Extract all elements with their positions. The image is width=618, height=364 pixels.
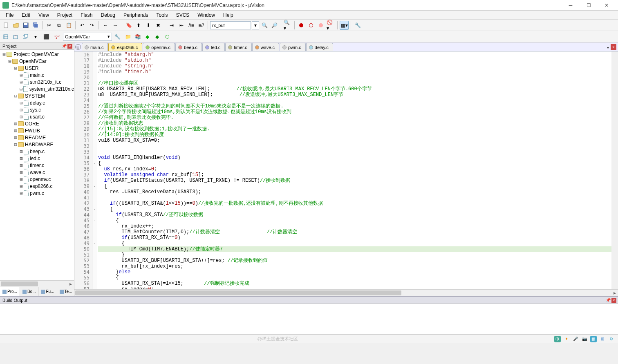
save-button[interactable] [21, 21, 30, 30]
window-layout-button[interactable]: ▦▾ [340, 21, 349, 30]
breakpoint-disable-button[interactable] [316, 21, 325, 30]
save-all-button[interactable] [31, 21, 40, 30]
project-root[interactable]: ⊟Project: OpenMVCar [0, 51, 74, 58]
project-tree[interactable]: ⊟Project: OpenMVCar⊟OpenMVCar⊟USER⊞main.… [0, 50, 74, 280]
pack-installer-button[interactable]: ⬡ [163, 32, 172, 41]
scroll-thumb[interactable] [1, 281, 38, 286]
file-beep-c[interactable]: ⊞beep.c [0, 148, 74, 155]
file-esp8266-c[interactable]: ⊞esp8266.c [0, 183, 74, 190]
incr-search-button[interactable]: 🔎 [270, 21, 279, 30]
tab-led-c[interactable]: led.c [202, 43, 225, 51]
status-icon[interactable]: 🎤 [572, 336, 579, 342]
tab-openmv-c[interactable]: openmv.c [143, 43, 175, 51]
comment-button[interactable]: //≡ [187, 21, 196, 30]
menu-project[interactable]: Project [53, 11, 76, 19]
breakpoint-enable-button[interactable] [307, 21, 316, 30]
bookmark-clear-button[interactable]: ✖ [154, 21, 163, 30]
menu-tools[interactable]: Tools [152, 11, 172, 19]
status-icon[interactable]: ✦ [563, 336, 570, 342]
group-hardware[interactable]: ⊟HARDWARE [0, 141, 74, 148]
close-tab-button[interactable]: × [611, 44, 616, 50]
status-icon[interactable]: ▦ [590, 336, 597, 342]
bookmark-prev-button[interactable]: ⬆ [134, 21, 143, 30]
manage-books-button[interactable]: 📚 [133, 32, 142, 41]
select-packs-button[interactable]: ◆ [154, 32, 163, 41]
scroll-thumb[interactable] [75, 290, 401, 295]
menu-help[interactable]: Help [219, 11, 237, 19]
file-openmv-c[interactable]: ⊞openmv.c [0, 176, 74, 183]
group-system[interactable]: ⊟SYSTEM [0, 92, 74, 99]
pin-icon[interactable]: 📌 [62, 44, 67, 48]
breakpoint-insert-button[interactable] [297, 21, 306, 30]
new-file-button[interactable] [2, 21, 11, 30]
undo-button[interactable]: ↶ [78, 21, 87, 30]
menu-flash[interactable]: Flash [76, 11, 96, 19]
file-wave-c[interactable]: ⊞wave.c [0, 169, 74, 176]
build-button[interactable] [11, 32, 20, 41]
find-input[interactable] [210, 21, 251, 29]
tab-wave-c[interactable]: wave.c [252, 43, 279, 51]
group-user[interactable]: ⊟USER [0, 65, 74, 71]
status-icon[interactable]: ⚙ [608, 336, 615, 342]
menu-debug[interactable]: Debug [97, 11, 119, 19]
scroll-right-arrow[interactable]: ▸ [67, 281, 74, 287]
tab-pwm-c[interactable]: pwm.c [280, 43, 306, 51]
group-fwlib[interactable]: ⊞FWLIB [0, 127, 74, 134]
tab-delay-c[interactable]: delay.c [306, 43, 333, 51]
translate-button[interactable] [2, 32, 11, 41]
manage-components-button[interactable]: ◆ [144, 32, 153, 41]
group-core[interactable]: ⊞CORE [0, 120, 74, 127]
find-dropdown[interactable]: ▾ [252, 21, 259, 29]
paste-button[interactable]: 📋 [64, 21, 73, 30]
build-output-text[interactable] [0, 304, 618, 334]
bookmark-next-button[interactable]: ⬇ [144, 21, 153, 30]
project-tab-0[interactable]: Pro... [0, 287, 20, 296]
file-led-c[interactable]: ⊞led.c [0, 155, 74, 162]
status-icon[interactable]: 📷 [581, 336, 588, 342]
options-button[interactable]: 🔧 [113, 32, 122, 41]
scroll-right-arrow[interactable]: ▸ [611, 290, 618, 296]
indent-button[interactable]: ⇥ [167, 21, 176, 30]
tab-timer-c[interactable]: timer.c [225, 43, 251, 51]
open-file-button[interactable] [11, 21, 20, 30]
tab-nav-arrow[interactable]: ▾ [607, 45, 609, 50]
menu-file[interactable]: File [2, 11, 18, 19]
file-system_stm32f10x-c[interactable]: ⊞system_stm32f10x.c [0, 85, 74, 92]
fold-column[interactable]: ------ [92, 51, 97, 289]
menu-edit[interactable]: Edit [18, 11, 34, 19]
tab-main-c[interactable]: main.c [82, 43, 108, 51]
project-tab-1[interactable]: Bo... [20, 287, 39, 296]
fold-all-button[interactable]: ⊞ [75, 44, 81, 50]
uncomment-button[interactable]: ≡// [197, 21, 206, 30]
group-readme[interactable]: ⊞README [0, 134, 74, 141]
file-stm32f10x_it-c[interactable]: ⊞stm32f10x_it.c [0, 78, 74, 85]
editor-vscroll[interactable] [611, 51, 618, 289]
rebuild-button[interactable] [21, 32, 30, 41]
file-delay-c[interactable]: ⊞delay.c [0, 99, 74, 106]
tab-beep-c[interactable]: beep.c [175, 43, 202, 51]
menu-window[interactable]: Window [193, 11, 219, 19]
batch-build-button[interactable]: ▾ [31, 32, 40, 41]
file-usart-c[interactable]: ⊞usart.c [0, 113, 74, 120]
project-target[interactable]: ⊟OpenMVCar [0, 58, 74, 65]
file-main-c[interactable]: ⊞main.c [0, 71, 74, 78]
configure-button[interactable]: 🔧 [353, 21, 362, 30]
status-icon[interactable]: ⊞ [599, 336, 606, 342]
nav-back-button[interactable]: ← [101, 21, 110, 30]
status-icon[interactable]: 巾 [554, 336, 561, 342]
cut-button[interactable]: ✂ [45, 21, 54, 30]
editor-hscroll[interactable]: ◂ ▸ [74, 289, 618, 296]
menu-view[interactable]: View [34, 11, 53, 19]
pin-icon[interactable]: 📌 [606, 298, 611, 302]
file-sys-c[interactable]: ⊞sys.c [0, 106, 74, 113]
close-panel-button[interactable]: × [67, 44, 72, 49]
maximize-button[interactable]: ☐ [580, 0, 598, 10]
close-button[interactable]: ✕ [598, 0, 616, 10]
copy-button[interactable]: ⧉ [54, 21, 63, 30]
nav-fwd-button[interactable]: → [111, 21, 120, 30]
project-tab-3[interactable]: Te... [57, 287, 75, 296]
download-button[interactable]: LOAD [52, 32, 61, 41]
tab-esp8266-c[interactable]: esp8266.c [108, 43, 142, 51]
debug-button[interactable]: 🔍▾ [283, 21, 292, 30]
stop-build-button[interactable]: ⬛ [42, 32, 51, 41]
